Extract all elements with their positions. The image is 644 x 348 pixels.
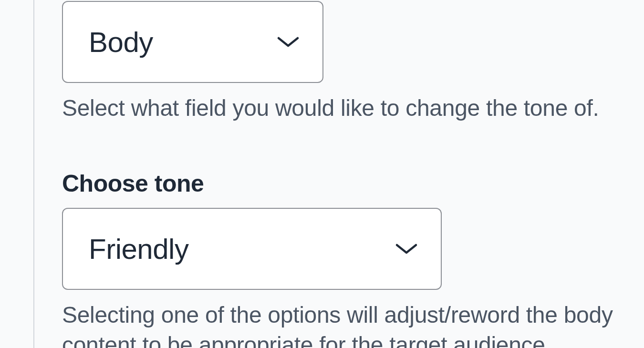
- chevron-down-icon: [277, 35, 300, 49]
- tone-select[interactable]: Friendly: [62, 208, 442, 290]
- form-content: Body Select what field you would like to…: [62, 1, 634, 348]
- tone-select-helper: Selecting one of the options will adjust…: [62, 300, 634, 348]
- field-select[interactable]: Body: [62, 1, 323, 83]
- field-select-value: Body: [89, 26, 153, 59]
- tone-select-value: Friendly: [89, 233, 188, 266]
- field-select-helper: Select what field you would like to chan…: [62, 93, 634, 123]
- panel-divider: [33, 0, 34, 348]
- tone-section-label: Choose tone: [62, 170, 634, 197]
- chevron-down-icon: [395, 242, 418, 256]
